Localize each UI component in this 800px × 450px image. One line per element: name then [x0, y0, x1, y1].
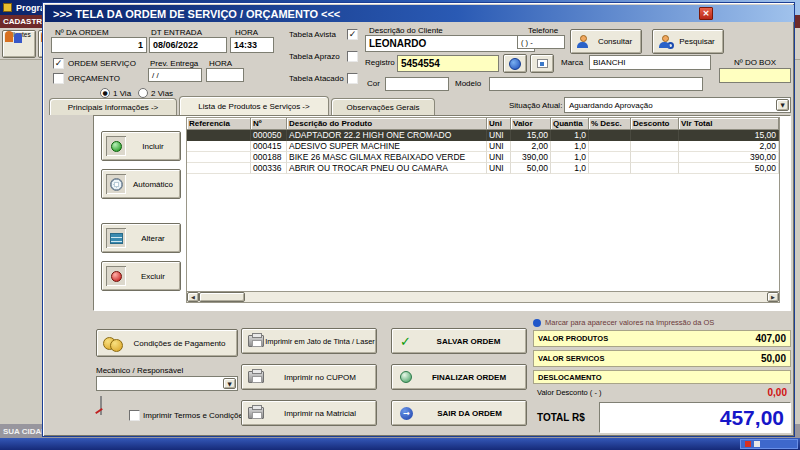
entry-time-field[interactable]: 14:33 [230, 37, 274, 53]
col-descricao[interactable]: Descrição do Produto [287, 118, 487, 130]
col-valor[interactable]: Valor [511, 118, 551, 130]
condicoes-pagamento-button[interactable]: Condições de Pagamento [96, 329, 238, 357]
consultar-button[interactable]: Consultar [570, 29, 642, 54]
check-mark: ✓ [349, 30, 357, 39]
tabela-avista-checkbox[interactable]: ✓ [347, 29, 358, 40]
col-uni[interactable]: Uni [487, 118, 511, 130]
marca-value: BIANCHI [593, 58, 625, 67]
orcamento-label: ORÇAMENTO [68, 74, 120, 83]
table-row[interactable]: 000336 ABRIR OU TROCAR PNEU OU CAMARA UN… [187, 163, 779, 174]
total-value: 457,00 [720, 406, 784, 430]
cell-uni: UNI [487, 152, 511, 163]
radio-dot: ● [102, 90, 107, 96]
table-header-row: Referencia Nº Descrição do Produto Uni V… [187, 118, 779, 130]
table-row[interactable]: 000050 ADAPTADOR 22.2 HIGH ONE CROMADO U… [187, 130, 779, 141]
check-icon: ✓ [400, 335, 411, 348]
cell-referencia [187, 152, 251, 163]
tray-icon-white[interactable] [754, 441, 760, 447]
prev-hora-field[interactable] [206, 68, 244, 82]
tabela-atacado-label: Tabela Atacado [289, 74, 344, 83]
imprimir-matricial-button[interactable]: Imprimir na Matricial [241, 400, 377, 426]
consultar-person-icon [576, 35, 589, 48]
tray-icon-red[interactable] [745, 441, 751, 447]
table-horizontal-scrollbar[interactable]: ◀ ▶ [186, 291, 780, 303]
impressao-note: Marcar para aparecer valores na Impressã… [545, 318, 714, 327]
mecanico-dropdown[interactable]: ▼ [96, 376, 238, 391]
prev-hora-label: HORA [209, 59, 232, 68]
alterar-button[interactable]: Alterar [101, 223, 181, 253]
termos-checkbox[interactable] [129, 410, 140, 421]
finalizar-ordem-button[interactable]: FINALIZAR ORDEM [391, 364, 527, 390]
entry-date-field[interactable]: 08/06/2022 [149, 37, 227, 53]
chevron-down-icon[interactable]: ▼ [223, 378, 236, 389]
valor-desconto-value: 0,00 [768, 387, 787, 398]
tab-principais-informacoes[interactable]: Principais Informações -> [49, 98, 177, 115]
scrollbar-thumb[interactable] [199, 292, 245, 302]
close-icon: × [702, 8, 710, 18]
taskbar[interactable] [0, 438, 800, 450]
registro-globe-button[interactable] [503, 54, 527, 73]
table-row[interactable]: 000415 ADESIVO SUPER MACHINE UNI 2,00 1,… [187, 141, 779, 152]
scroll-right-icon[interactable]: ▶ [767, 292, 779, 302]
salvar-ordem-button[interactable]: ✓ SALVAR ORDEM [391, 328, 527, 354]
ordem-servico-label: ORDEM SERVIÇO [68, 59, 136, 68]
marca-field[interactable]: BIANCHI [589, 55, 711, 70]
situacao-dropdown[interactable]: Aguardando Aprovação ▼ [564, 97, 791, 113]
cell-desc-pct [589, 130, 631, 141]
orcamento-checkbox[interactable] [53, 73, 64, 84]
cell-vlr-total: 390,00 [679, 152, 779, 163]
cell-valor: 2,00 [511, 141, 551, 152]
automatico-button[interactable]: Automático [101, 169, 181, 199]
pesquisar-button[interactable]: Pesquisar [652, 29, 724, 54]
via2-radio[interactable] [138, 88, 148, 98]
dialog-titlebar: >>> TELA DA ORDEM DE SERVIÇO / ORÇAMENTO… [45, 5, 794, 22]
tab-observacoes-gerais[interactable]: Observações Gerais [331, 98, 435, 115]
incluir-button[interactable]: Incluir [101, 131, 181, 161]
registro-label: Registro [365, 58, 395, 67]
sair-ordem-button[interactable]: → SAIR DA ORDEM [391, 400, 527, 426]
cor-field[interactable] [385, 77, 449, 91]
telefone-field[interactable]: ( ) - [517, 35, 565, 49]
col-quantia[interactable]: Quantia [551, 118, 589, 130]
excluir-button[interactable]: Excluir [101, 261, 181, 291]
col-desconto[interactable]: Desconto [631, 118, 679, 130]
box-field[interactable] [719, 68, 791, 83]
tabela-aprazo-checkbox[interactable] [347, 51, 358, 62]
cliente-field[interactable]: LEONARDO [365, 35, 535, 52]
cell-valor: 390,00 [511, 152, 551, 163]
note-radio[interactable] [533, 319, 541, 327]
system-tray[interactable] [740, 439, 798, 449]
tab-label: Lista de Produtos e Serviços -> [198, 102, 309, 111]
salvar-ordem-label: SALVAR ORDEM [411, 337, 526, 346]
tabela-atacado-checkbox[interactable] [347, 73, 358, 84]
imprimir-jato-button[interactable]: Imprimir em Jato de Tinta / Laser [241, 328, 377, 354]
modelo-field[interactable] [489, 77, 703, 91]
products-table: Referencia Nº Descrição do Produto Uni V… [186, 117, 780, 291]
cell-descricao: BIKE 26 MASC GILMAX REBAIXADO VERDE [287, 152, 487, 163]
cell-quantia: 1,0 [551, 163, 589, 174]
col-vlr-total[interactable]: Vlr Total [679, 118, 779, 130]
col-referencia[interactable]: Referencia [187, 118, 251, 130]
registro-picture-button[interactable] [530, 54, 554, 73]
toolbar-clientes-button[interactable]: Clientes [2, 30, 36, 58]
chevron-down-icon[interactable]: ▼ [776, 99, 789, 111]
order-number-field[interactable]: 1 [51, 37, 147, 53]
entry-date-value: 08/06/2022 [153, 40, 198, 50]
via1-radio[interactable]: ● [100, 88, 110, 98]
col-numero[interactable]: Nº [251, 118, 287, 130]
col-desc-pct[interactable]: % Desc. [589, 118, 631, 130]
imprimir-cupom-button[interactable]: Imprimir no CUPOM [241, 364, 377, 390]
cell-referencia [187, 130, 251, 141]
order-number-label: Nº DA ORDEM [55, 28, 109, 37]
prev-entrega-field[interactable]: / / [148, 68, 202, 82]
close-button[interactable]: × [699, 7, 713, 20]
scroll-left-icon[interactable]: ◀ [187, 292, 199, 302]
tab-lista-produtos-servicos[interactable]: Lista de Produtos e Serviços -> [179, 96, 329, 115]
modelo-label: Modelo [455, 79, 481, 88]
ordem-servico-checkbox[interactable]: ✓ [53, 58, 64, 69]
situacao-value: Aguardando Aprovação [569, 101, 653, 110]
table-row[interactable]: 000188 BIKE 26 MASC GILMAX REBAIXADO VER… [187, 152, 779, 163]
termos-label: Imprimir Termos e Condições [143, 411, 247, 420]
registro-field[interactable]: 5454554 [397, 55, 499, 72]
consultar-label: Consultar [589, 37, 641, 46]
